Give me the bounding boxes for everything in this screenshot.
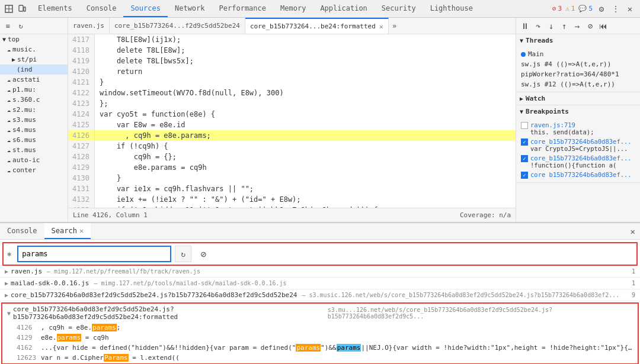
breakpoints-section: ▼ Breakpoints raven.js:719 this._send(da…: [516, 105, 640, 183]
tab-sources[interactable]: Sources: [123, 0, 168, 17]
tree-item-top[interactable]: ▼ top: [0, 34, 68, 44]
tab-console-bottom[interactable]: Console: [0, 223, 44, 239]
tab-application[interactable]: Application: [313, 0, 374, 17]
close-tab-bottom-icon[interactable]: ✕: [79, 227, 84, 235]
editor-tabs: raven.js core_b15b773264...f2d9c5dd52be2…: [68, 18, 516, 34]
sync-icon[interactable]: ↻: [15, 21, 26, 31]
thread-main[interactable]: Main: [521, 49, 635, 59]
code-line-4130: 4130 }: [68, 173, 516, 183]
threads-body: Main sw.js #4 (()=>A(t,e,r)) pipWorker?r…: [516, 47, 640, 92]
code-line-4122: 4122window.setTimeout(WV7O.f8d(null, E8w…: [68, 88, 516, 98]
code-line-4128: 4128 cq9h = {};: [68, 152, 516, 162]
breakpoint-core1[interactable]: ✓ core_b15b773264b6a0d83ef... var Crypto…: [521, 137, 635, 153]
svg-rect-4: [24, 7, 25, 11]
tab-network[interactable]: Network: [168, 0, 212, 17]
tree-item-s360[interactable]: ☁ s.360.c: [0, 95, 68, 105]
more-icon[interactable]: ⋮: [610, 4, 621, 14]
search-input-wrapper[interactable]: [17, 246, 171, 262]
search-clear-icon[interactable]: ⊘: [195, 246, 212, 262]
result-file-core-min[interactable]: ▶ core_b15b773264b6a0d83ef2d9c5dd52be24.…: [0, 289, 640, 301]
result-file-raven[interactable]: ▶ raven.js — mimg.127.net/p/freemall/fb/…: [0, 266, 640, 277]
bp-checkbox[interactable]: [521, 122, 528, 129]
tab-lighthouse[interactable]: Lighthouse: [423, 0, 480, 17]
search-type-icon: ✱: [7, 250, 11, 258]
step-over-icon[interactable]: ↷: [533, 21, 543, 31]
tree-item-conten[interactable]: ☁ conter: [0, 165, 68, 175]
result-group-mailad: ▶ mailad-sdk-0.0.16.js — mimg.127.net/p/…: [0, 278, 640, 289]
editor-tab-core-formatted[interactable]: core_b15b773264...be24:formatted ✕: [245, 18, 389, 34]
close-icon[interactable]: ✕: [625, 4, 635, 14]
tree-item-s2[interactable]: ☁ s2.mu:: [0, 105, 68, 115]
search-refresh-icon[interactable]: ↻: [175, 246, 191, 262]
info-badge: 💬 5: [578, 5, 593, 12]
pause-icon[interactable]: ⏸: [520, 21, 530, 31]
tree-item-auto[interactable]: ☁ auto-ic: [0, 155, 68, 165]
threads-header[interactable]: ▼ Threads: [516, 34, 640, 47]
code-area[interactable]: 4117 T8L[E8w](ij1x);4118 delete T8L[E8w]…: [68, 34, 516, 208]
tree-item-s3[interactable]: ☁ s3.mus: [0, 115, 68, 125]
thread-sw4[interactable]: sw.js #4 (()=>A(t,e,r)): [521, 59, 635, 69]
breakpoints-header[interactable]: ▼ Breakpoints: [516, 105, 640, 118]
search-input[interactable]: [22, 250, 167, 258]
result-line-12623[interactable]: 12623 var n = d.CipherParams = l.extend(…: [2, 353, 638, 363]
inspect-icon[interactable]: [4, 4, 14, 14]
deactivate-bp-icon[interactable]: ⊘: [585, 21, 596, 31]
more-tabs-icon[interactable]: »: [389, 22, 400, 30]
cloud-icon: ☁: [7, 107, 11, 113]
bp-checkbox-checked[interactable]: ✓: [521, 172, 528, 179]
bp-checkbox-checked[interactable]: ✓: [521, 155, 528, 162]
tab-memory[interactable]: Memory: [273, 0, 313, 17]
code-line-4132: 4132 ie1x += (!ie1x ? "" : "&") + ("id="…: [68, 194, 516, 205]
breakpoint-core2[interactable]: ✓ core_b15b773264b6a0d83ef... !function(…: [521, 153, 635, 170]
tree-item-p1[interactable]: ☁ p1.mu:: [0, 85, 68, 95]
watch-header[interactable]: ▶ Watch: [516, 92, 640, 105]
tab-security[interactable]: Security: [375, 0, 423, 17]
editor-tab-core-min[interactable]: core_b15b773264...f2d9c5dd52be24: [110, 18, 245, 34]
result-line-4162[interactable]: 4162 ...{var hide = defined("hidden")&&!…: [2, 343, 638, 353]
cloud-icon: ☁: [7, 46, 11, 53]
device-icon[interactable]: [17, 4, 27, 14]
search-bar: ✱ ↻ ⊘: [5, 244, 635, 263]
result-file-core-formatted[interactable]: ▼ core_b15b773264b6a0d83ef2d9c5dd52be24.…: [2, 304, 638, 323]
thread-sw12[interactable]: sw.js #12 (()=>A(t,e,r)): [521, 79, 635, 89]
thread-pipworker[interactable]: pipWorker?ratio=364/480*1: [521, 69, 635, 79]
result-group-core-formatted: ▼ core_b15b773264b6a0d83ef2d9c5dd52be24.…: [2, 304, 638, 363]
tab-performance[interactable]: Performance: [212, 0, 273, 17]
warning-badge: ⚠ 1: [565, 5, 575, 12]
cloud-icon: ☁: [7, 137, 11, 143]
settings2-icon[interactable]: ⏮: [598, 21, 609, 31]
tree-item-s4[interactable]: ☁ s4.mus: [0, 125, 68, 135]
tab-elements[interactable]: Elements: [31, 0, 79, 17]
code-line-4119: 4119 delete T8L[bws5x];: [68, 56, 516, 66]
continue-icon[interactable]: →: [572, 21, 583, 31]
editor-tab-raven[interactable]: raven.js: [68, 18, 110, 34]
settings-icon[interactable]: ⚙: [596, 4, 607, 14]
tree-item-music[interactable]: ☁ music.: [0, 44, 68, 54]
tab-search-bottom[interactable]: Search ✕: [44, 223, 91, 239]
breakpoint-core3[interactable]: ✓ core_b15b773264b6a0d83ef...: [521, 170, 635, 180]
close-tab-icon[interactable]: ✕: [379, 22, 383, 31]
tab-console[interactable]: Console: [79, 0, 124, 17]
tree-item-ind[interactable]: (ind: [0, 65, 68, 75]
expand-icon: ▶: [5, 268, 8, 275]
middle-panel: raven.js core_b15b773264...f2d9c5dd52be2…: [68, 18, 516, 222]
toolbar-icons: [0, 4, 31, 14]
step-out-icon[interactable]: ↑: [559, 21, 569, 31]
code-line-4124: 4124var cyo5t = function(e8e) {: [68, 109, 516, 120]
code-line-4117: 4117 T8L[E8w](ij1x);: [68, 34, 516, 45]
result-line-4126[interactable]: 4126 , cq9h = e8e.params;: [2, 323, 638, 333]
bp-checkbox-checked[interactable]: ✓: [521, 138, 528, 146]
tree-item-acstati[interactable]: ☁ acstati: [0, 75, 68, 85]
close-bottom-panel-icon[interactable]: ✕: [626, 227, 640, 236]
new-file-icon[interactable]: ≡: [2, 21, 13, 31]
breakpoint-raven[interactable]: raven.js:719 this._send(data);: [521, 120, 635, 137]
tree-item-st-pi[interactable]: ▶ st/pi: [0, 54, 68, 65]
left-panel: ≡ ↻ ▼ top ☁ music. ▶ st/pi (ind: [0, 18, 68, 222]
tree-item-s6[interactable]: ☁ s6.mus: [0, 135, 68, 145]
nav-tabs: Elements Console Sources Network Perform…: [31, 0, 480, 17]
result-line-4129[interactable]: 4129 e8e.params = cq9h: [2, 333, 638, 343]
result-count: 1: [632, 268, 635, 275]
tree-item-st[interactable]: ☁ st.mus: [0, 145, 68, 155]
step-into-icon[interactable]: ↓: [546, 21, 556, 31]
result-file-mailad[interactable]: ▶ mailad-sdk-0.0.16.js — mimg.127.net/p/…: [0, 278, 640, 289]
